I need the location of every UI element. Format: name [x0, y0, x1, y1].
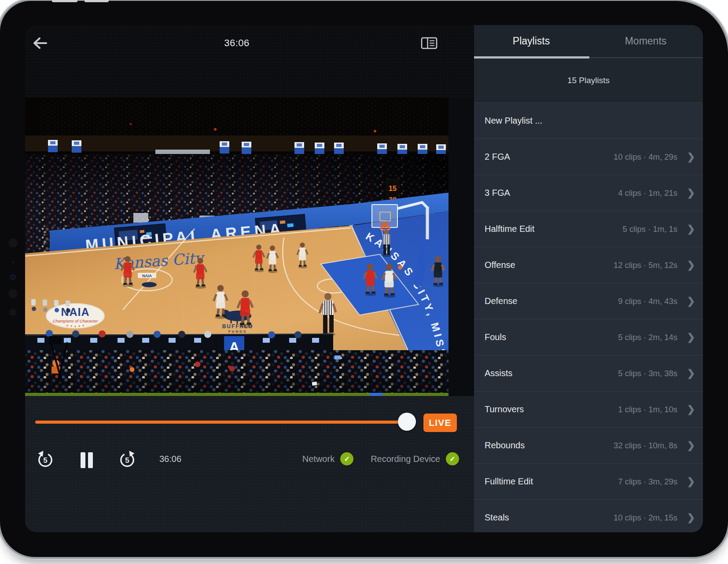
playlist-meta: 5 clips · 1m, 1s — [623, 224, 677, 234]
naia-oval-title: NAIA — [61, 306, 89, 318]
sensor-dot-icon-2 — [9, 308, 17, 316]
volume-button-1 — [52, 0, 77, 2]
elapsed-time: 36:06 — [159, 454, 181, 464]
playlist-row[interactable]: Defense 9 clips · 4m, 43s ❯ — [474, 283, 703, 319]
skip-forward-button[interactable]: 5 — [119, 450, 136, 470]
volume-button-2 — [85, 0, 109, 2]
chevron-right-icon: ❯ — [684, 296, 699, 307]
player-top-bar: 36:06 — [25, 25, 474, 98]
bison-logo-subtitle: FUNDS — [228, 330, 247, 333]
playlist-meta: 10 clips · 4m, 29s — [614, 152, 677, 162]
playlist-row[interactable]: Halftime Edit 5 clips · 1m, 1s ❯ — [474, 211, 703, 247]
network-status-label: Network — [302, 454, 335, 464]
seek-thumb[interactable] — [398, 413, 416, 431]
chevron-right-icon: ❯ — [684, 404, 699, 415]
chevron-right-icon: ❯ — [684, 332, 699, 343]
playlists-count: 15 Playlists — [474, 59, 703, 103]
playlist-row[interactable]: Assists 5 clips · 3m, 38s ❯ — [474, 355, 703, 391]
skip-back-5-icon: 5 — [37, 450, 54, 468]
chevron-right-icon: ❯ — [684, 260, 699, 271]
panel-tabs: Playlists Moments — [474, 25, 703, 59]
playlist-row-new[interactable]: New Playlist ... — [474, 103, 703, 139]
pause-bar-right — [88, 452, 93, 468]
camera-lens-icon — [10, 275, 15, 280]
chevron-right-icon: ❯ — [684, 223, 699, 235]
tab-playlists[interactable]: Playlists — [474, 25, 588, 57]
connection-status: Network ✓ Recording Device ✓ — [263, 452, 459, 465]
playlist-name: 3 FGA — [485, 188, 618, 198]
playlist-meta: 4 clips · 1m, 21s — [618, 188, 677, 198]
playlist-name: Assists — [485, 368, 618, 378]
skip-forward-5-icon: 5 — [119, 450, 136, 468]
shot-clock-top: 15 — [389, 185, 397, 192]
playlist-meta: 9 clips · 4m, 43s — [618, 297, 677, 306]
center-circle-naia-label: NAIA — [142, 274, 152, 278]
front-camera-icon — [8, 238, 18, 248]
chevron-right-icon: ❯ — [684, 151, 699, 163]
playlist-name: Steals — [485, 513, 614, 523]
playlist-row[interactable]: Steals 10 clips · 2m, 15s ❯ — [474, 499, 703, 532]
playlist-row[interactable]: Fouls 5 clips · 2m, 14s ❯ — [474, 319, 703, 355]
recording-device-status-label: Recording Device — [371, 454, 440, 464]
svg-text:5: 5 — [125, 456, 129, 465]
playlist-meta: 1 clips · 1m, 10s — [618, 405, 677, 414]
playlist-name: Defense — [485, 296, 618, 306]
naia-oval-subtitle: Champions of Character — [53, 319, 99, 323]
chevron-right-icon: ❯ — [684, 368, 699, 379]
playlist-row[interactable]: 3 FGA 4 clips · 1m, 21s ❯ — [474, 175, 703, 211]
network-ok-icon: ✓ — [340, 452, 353, 465]
playlist-meta: 5 clips · 3m, 38s — [618, 369, 677, 378]
app-screen: 36:06 — [25, 25, 703, 532]
mic-dot-icon — [11, 260, 15, 264]
playback-time-top: 36:06 — [25, 37, 449, 49]
basketball-game-scene: 15 30 4:42 35 — [25, 98, 449, 396]
playlist-row[interactable]: Rebounds 32 clips · 10m, 8s ❯ — [474, 427, 703, 463]
tab-divider — [589, 57, 703, 58]
tab-moments[interactable]: Moments — [588, 25, 703, 57]
playlist-name: Turnovers — [485, 404, 618, 414]
chevron-right-icon: ❯ — [684, 187, 699, 199]
skip-back-button[interactable]: 5 — [37, 450, 54, 470]
screenshot-root: 36:06 — [0, 0, 728, 564]
playlist-row[interactable]: Turnovers 1 clips · 1m, 10s ❯ — [474, 391, 703, 427]
panel-list-icon — [421, 37, 438, 49]
playlist-name: Fouls — [485, 332, 618, 342]
player-controls: LIVE 5 — [25, 396, 474, 532]
chevron-right-icon: ❯ — [684, 440, 699, 451]
playlist-meta: 7 clips · 3m, 29s — [618, 477, 677, 487]
playlist-name: Fulltime Edit — [485, 476, 618, 487]
playlist-name: Offense — [485, 260, 614, 270]
playlist-name: 2 FGA — [485, 152, 614, 162]
playlists-panel: Playlists Moments 15 Playlists New Playl… — [474, 25, 703, 532]
playlist-list: New Playlist ... 2 FGA 10 clips · 4m, 29… — [474, 103, 703, 532]
playlist-meta: 5 clips · 2m, 14s — [618, 333, 677, 342]
playlist-row[interactable]: 2 FGA 10 clips · 4m, 29s ❯ — [474, 139, 703, 175]
chevron-right-icon: ❯ — [684, 512, 699, 524]
playlist-row[interactable]: Offense 12 clips · 5m, 12s ❯ — [474, 247, 703, 283]
playlist-panel-toggle-button[interactable] — [421, 37, 438, 49]
chevron-right-icon: ❯ — [684, 476, 699, 487]
svg-text:5: 5 — [43, 456, 47, 465]
player-region: 36:06 — [25, 25, 474, 532]
live-video-frame[interactable]: 15 30 4:42 35 — [25, 98, 449, 396]
sensor-dot-icon — [8, 289, 18, 299]
playlist-name: New Playlist ... — [485, 116, 699, 126]
playlist-meta: 10 clips · 2m, 15s — [614, 513, 677, 523]
playlist-row[interactable]: Fulltime Edit 7 clips · 3m, 29s ❯ — [474, 463, 703, 499]
seek-bar[interactable] — [35, 421, 407, 424]
playlist-meta: 12 clips · 5m, 12s — [614, 260, 677, 270]
recording-device-ok-icon: ✓ — [446, 452, 459, 465]
playlist-name: Halftime Edit — [485, 224, 623, 234]
playlist-name: Rebounds — [485, 440, 614, 450]
live-button[interactable]: LIVE — [423, 414, 457, 432]
pause-bar-left — [81, 452, 85, 468]
playlist-meta: 32 clips · 10m, 8s — [614, 441, 677, 450]
